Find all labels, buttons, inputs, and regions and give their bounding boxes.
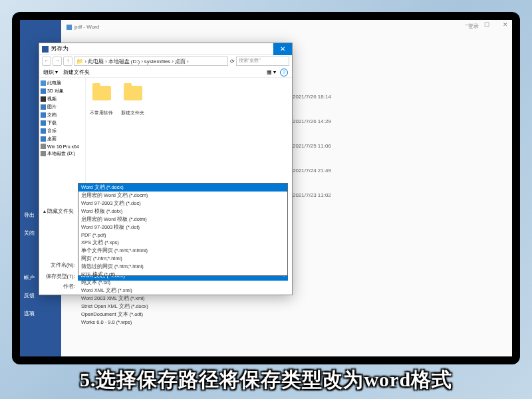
nav-up-button[interactable]: ↑ xyxy=(63,57,72,66)
dialog-nav: ← → ↑ 📁 › 此电脑› 本地磁盘 (D:)› systemfiles› 桌… xyxy=(39,55,292,67)
tree-icon xyxy=(41,136,46,142)
monitor-frame: 导出 关闭 帐户 反馈 选项 pdf - Word 登录 — ☐ ✕ 2021/… xyxy=(12,12,520,364)
filetype-option[interactable]: 启用宏的 Word 文档 (*.docm) xyxy=(78,192,287,200)
recent-item[interactable]: 2021/7/23 11:02 xyxy=(293,183,507,207)
recent-item[interactable]: 2021/7/25 11:06 xyxy=(293,134,507,158)
filetype-option[interactable]: PDF (*.pdf) xyxy=(78,231,287,239)
tree-label: 图片 xyxy=(47,104,57,110)
view-button[interactable]: ▦ ▾ xyxy=(267,69,276,75)
tree-label: 3D 对象 xyxy=(47,88,64,94)
breadcrumb-item[interactable]: 桌面 xyxy=(175,58,186,65)
filetype-option[interactable]: Word 2003 XML 文档 (*.xml) xyxy=(78,295,287,303)
search-input[interactable]: 搜索"桌面" xyxy=(236,57,289,66)
hide-folders-button[interactable]: ▴ 隐藏文件夹 xyxy=(43,207,74,215)
tree-item[interactable]: 3D 对象 xyxy=(41,87,84,95)
dialog-title: 另存为 xyxy=(51,45,68,53)
sidebar-options[interactable]: 选项 xyxy=(20,305,61,323)
filetype-option[interactable]: Word 文档 (*.docx) xyxy=(78,184,287,192)
breadcrumb-item[interactable]: 📁 › xyxy=(76,59,86,65)
breadcrumb-item[interactable]: 此电脑 xyxy=(88,58,104,65)
recent-item[interactable]: 2021/7/26 18:14 xyxy=(293,84,507,109)
word-title: pdf - Word xyxy=(74,24,99,30)
breadcrumb[interactable]: 📁 › 此电脑› 本地磁盘 (D:)› systemfiles› 桌面› xyxy=(74,57,228,66)
folder-label: 不常用软件 xyxy=(90,110,113,116)
filetype-option[interactable]: Word 模板 (*.dotx) xyxy=(78,207,287,215)
filetype-option[interactable]: XPS 文档 (*.xps) xyxy=(78,239,287,247)
tree-icon xyxy=(41,144,46,149)
tree-icon xyxy=(41,128,46,134)
maximize-button[interactable]: ☐ xyxy=(481,21,492,28)
folder-item[interactable]: 不常用软件 xyxy=(90,82,113,116)
instruction-caption: 5.选择保存路径将保存类型改为word格式 xyxy=(0,366,532,394)
word-titlebar: pdf - Word xyxy=(66,23,507,31)
window-controls: — ☐ ✕ xyxy=(462,21,511,28)
nav-forward-button[interactable]: → xyxy=(53,57,62,66)
recent-item[interactable]: 2021/7/24 21:49 xyxy=(293,158,507,183)
filetype-option[interactable]: 网页 (*.htm;*.html) xyxy=(78,255,287,263)
tree-icon xyxy=(41,112,46,118)
tree-label: 桌面 xyxy=(47,136,57,142)
tree-item[interactable]: 视频 xyxy=(41,95,84,103)
tree-label: 此电脑 xyxy=(47,80,61,86)
dialog-titlebar: 另存为 ✕ xyxy=(39,43,292,55)
dialog-close-button[interactable]: ✕ xyxy=(273,43,292,55)
filetype-option[interactable]: 筛选过的网页 (*.htm;*.html) xyxy=(78,263,287,271)
filetype-option[interactable]: Strict Open XML 文档 (*.docx) xyxy=(78,303,287,311)
tree-label: 文档 xyxy=(47,112,57,118)
tree-item[interactable]: 图片 xyxy=(41,103,84,111)
close-button[interactable]: ✕ xyxy=(500,21,511,28)
tree-icon xyxy=(41,104,46,110)
minimize-button[interactable]: — xyxy=(462,21,473,28)
filetype-option[interactable]: 启用宏的 Word 模板 (*.dotm) xyxy=(78,215,287,223)
tree-label: 下载 xyxy=(47,120,57,126)
word-icon xyxy=(42,46,49,53)
tree-icon xyxy=(41,96,46,102)
tree-icon xyxy=(41,80,46,86)
breadcrumb-item[interactable]: 本地磁盘 (D:) xyxy=(108,58,140,65)
recent-files-list: 2021/7/26 18:14 2021/7/26 14:29 2021/7/2… xyxy=(293,84,507,207)
filetype-option[interactable]: 纯文本 (*.txt) xyxy=(78,279,287,287)
filetype-option[interactable]: Word XML 文档 (*.xml) xyxy=(78,287,287,295)
tree-icon xyxy=(41,88,46,94)
tree-label: Win 10 Pro x64 xyxy=(47,144,79,149)
tree-icon xyxy=(41,151,46,156)
filename-label: 文件名(N): xyxy=(43,261,75,269)
refresh-button[interactable]: ⟳ xyxy=(229,59,235,65)
filetype-option[interactable]: Works 6.0 - 9.0 (*.wps) xyxy=(78,319,287,326)
word-doc-icon xyxy=(66,25,72,30)
folder-icon xyxy=(92,86,111,100)
tree-item[interactable]: 本地磁盘 (D:) xyxy=(41,150,84,158)
filetype-option[interactable]: Word 97-2003 文档 (*.doc) xyxy=(78,200,287,207)
dialog-toolbar: 组织 ▾ 新建文件夹 ▦ ▾ ? xyxy=(39,67,292,78)
tree-item[interactable]: Win 10 Pro x64 xyxy=(41,143,84,150)
filetype-option[interactable]: OpenDocument 文本 (*.odt) xyxy=(78,311,287,319)
save-as-dialog: 另存为 ✕ ← → ↑ 📁 › 此电脑› 本地磁盘 (D:)› systemfi… xyxy=(39,43,293,295)
tree-item[interactable]: 音乐 xyxy=(41,127,84,135)
tree-item[interactable]: 下载 xyxy=(41,119,84,127)
filetype-option[interactable]: 单个文件网页 (*.mht;*.mhtml) xyxy=(78,247,287,255)
filetype-dropdown-list: Word 文档 (*.docx)启用宏的 Word 文档 (*.docm)Wor… xyxy=(78,183,288,276)
new-folder-button[interactable]: 新建文件夹 xyxy=(63,68,90,76)
tree-icon xyxy=(41,120,46,126)
tree-item[interactable]: 桌面 xyxy=(41,135,84,143)
filetype-label: 保存类型(T): xyxy=(43,273,75,280)
filetype-option[interactable]: Word 97-2003 模板 (*.dot) xyxy=(78,223,287,231)
tree-label: 本地磁盘 (D:) xyxy=(47,150,75,157)
author-label: 作者: xyxy=(43,283,75,290)
tree-label: 音乐 xyxy=(47,128,57,134)
nav-back-button[interactable]: ← xyxy=(42,57,51,66)
tree-item[interactable]: 此电脑 xyxy=(41,79,84,87)
help-button[interactable]: ? xyxy=(280,68,288,76)
screen: 导出 关闭 帐户 反馈 选项 pdf - Word 登录 — ☐ ✕ 2021/… xyxy=(20,20,512,356)
folder-label: 新建文件夹 xyxy=(121,110,144,116)
recent-item[interactable]: 2021/7/26 14:29 xyxy=(293,109,507,134)
folder-item[interactable]: 新建文件夹 xyxy=(121,82,144,116)
filetype-option[interactable]: RTF 格式 (*.rtf) xyxy=(78,271,287,279)
organize-button[interactable]: 组织 ▾ xyxy=(43,68,58,76)
tree-label: 视频 xyxy=(47,96,57,102)
folder-icon xyxy=(124,86,142,100)
tree-item[interactable]: 文档 xyxy=(41,111,84,119)
breadcrumb-item[interactable]: systemfiles xyxy=(144,59,171,65)
